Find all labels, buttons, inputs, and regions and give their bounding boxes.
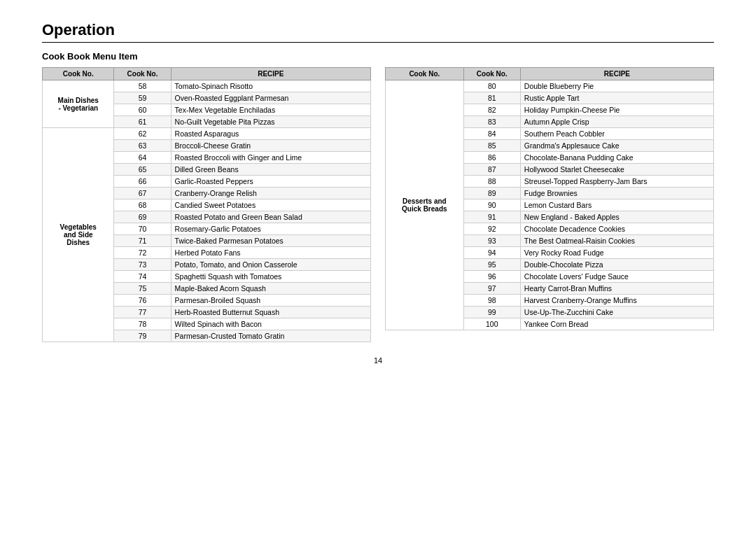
recipe-cell: No-Guilt Vegetable Pita Pizzas (171, 116, 370, 128)
recipe-cell: Autumn Apple Crisp (520, 116, 713, 128)
cook-number-cell: 74 (114, 271, 171, 283)
recipe-cell: New England - Baked Apples (520, 211, 713, 223)
cook-number-cell: 65 (114, 164, 171, 176)
recipe-cell: Tomato-Spinach Risotto (171, 80, 370, 92)
right-col-header-2: Cook No. (463, 68, 520, 80)
cook-number-cell: 84 (463, 128, 520, 140)
recipe-cell: Potato, Tomato, and Onion Casserole (171, 259, 370, 271)
recipe-cell: Streusel-Topped Raspberry-Jam Bars (520, 176, 713, 188)
recipe-cell: Grandma's Applesauce Cake (520, 140, 713, 152)
recipe-cell: Wilted Spinach with Bacon (171, 318, 370, 330)
recipe-cell: Hollywood Starlet Cheesecake (520, 164, 713, 176)
cook-number-cell: 87 (463, 164, 520, 176)
cook-number-cell: 63 (114, 140, 171, 152)
right-col-header-1: Cook No. (386, 68, 464, 80)
cook-number-cell: 81 (463, 92, 520, 104)
left-col-header-2: Cook No. (114, 68, 171, 80)
recipe-cell: Very Rocky Road Fudge (520, 247, 713, 259)
cook-number-cell: 99 (463, 307, 520, 318)
recipe-cell: Herb-Roasted Butternut Squash (171, 307, 370, 318)
recipe-cell: Cranberry-Orange Relish (171, 188, 370, 199)
cook-number-cell: 62 (114, 128, 171, 140)
recipe-cell: Fudge Brownies (520, 188, 713, 199)
category-cell: Vegetables and Side Dishes (43, 128, 114, 342)
cook-number-cell: 90 (463, 199, 520, 211)
cook-number-cell: 97 (463, 283, 520, 295)
right-col-header-3: RECIPE (520, 68, 713, 80)
right-table-wrapper: Cook No. Cook No. RECIPE Desserts and Qu… (385, 67, 714, 330)
left-table: Cook No. Cook No. RECIPE Main Dishes - V… (42, 67, 371, 342)
cook-number-cell: 94 (463, 247, 520, 259)
recipe-cell: Double-Chocolate Pizza (520, 259, 713, 271)
recipe-cell: Use-Up-The-Zucchini Cake (520, 307, 713, 318)
recipe-cell: Candied Sweet Potatoes (171, 199, 370, 211)
recipe-cell: Yankee Corn Bread (520, 318, 713, 330)
recipe-cell: Oven-Roasted Eggplant Parmesan (171, 92, 370, 104)
cook-number-cell: 91 (463, 211, 520, 223)
recipe-cell: Twice-Baked Parmesan Potatoes (171, 235, 370, 247)
recipe-cell: Tex-Mex Vegetable Enchiladas (171, 104, 370, 116)
cook-number-cell: 82 (463, 104, 520, 116)
cook-number-cell: 86 (463, 152, 520, 164)
tables-container: Cook No. Cook No. RECIPE Main Dishes - V… (42, 67, 714, 342)
recipe-cell: Maple-Baked Acorn Squash (171, 283, 370, 295)
cook-number-cell: 68 (114, 199, 171, 211)
cook-number-cell: 67 (114, 188, 171, 199)
category-cell: Main Dishes - Vegetarian (43, 80, 114, 128)
recipe-cell: Chocolate Lovers' Fudge Sauce (520, 271, 713, 283)
page-number: 14 (42, 356, 714, 365)
cook-number-cell: 72 (114, 247, 171, 259)
table-row: Main Dishes - Vegetarian58Tomato-Spinach… (43, 80, 371, 92)
cook-number-cell: 69 (114, 211, 171, 223)
cook-number-cell: 85 (463, 140, 520, 152)
recipe-cell: Double Blueberry Pie (520, 80, 713, 92)
recipe-cell: Lemon Custard Bars (520, 199, 713, 211)
cook-number-cell: 78 (114, 318, 171, 330)
table-row: Vegetables and Side Dishes62Roasted Aspa… (43, 128, 371, 140)
recipe-cell: Roasted Potato and Green Bean Salad (171, 211, 370, 223)
cook-number-cell: 100 (463, 318, 520, 330)
table-row: Desserts and Quick Breads80Double Bluebe… (386, 80, 714, 92)
cook-number-cell: 66 (114, 176, 171, 188)
cook-number-cell: 96 (463, 271, 520, 283)
recipe-cell: Garlic-Roasted Peppers (171, 176, 370, 188)
cook-number-cell: 61 (114, 116, 171, 128)
recipe-cell: Hearty Carrot-Bran Muffins (520, 283, 713, 295)
recipe-cell: Dilled Green Beans (171, 164, 370, 176)
cook-number-cell: 80 (463, 80, 520, 92)
cook-number-cell: 93 (463, 235, 520, 247)
recipe-cell: Spaghetti Squash with Tomatoes (171, 271, 370, 283)
cook-number-cell: 71 (114, 235, 171, 247)
cook-number-cell: 79 (114, 330, 171, 342)
cook-number-cell: 59 (114, 92, 171, 104)
recipe-cell: Rosemary-Garlic Potatoes (171, 223, 370, 235)
recipe-cell: Southern Peach Cobbler (520, 128, 713, 140)
category-cell: Desserts and Quick Breads (386, 80, 464, 330)
cook-number-cell: 60 (114, 104, 171, 116)
cook-number-cell: 77 (114, 307, 171, 318)
left-table-wrapper: Cook No. Cook No. RECIPE Main Dishes - V… (42, 67, 371, 342)
cook-number-cell: 73 (114, 259, 171, 271)
recipe-cell: Herbed Potato Fans (171, 247, 370, 259)
recipe-cell: Broccoli-Cheese Gratin (171, 140, 370, 152)
cook-number-cell: 70 (114, 223, 171, 235)
cook-number-cell: 98 (463, 295, 520, 307)
cook-number-cell: 76 (114, 295, 171, 307)
left-col-header-1: Cook No. (43, 68, 114, 80)
recipe-cell: The Best Oatmeal-Raisin Cookies (520, 235, 713, 247)
recipe-cell: Parmesan-Crusted Tomato Gratin (171, 330, 370, 342)
recipe-cell: Chocolate Decadence Cookies (520, 223, 713, 235)
recipe-cell: Roasted Asparagus (171, 128, 370, 140)
page-title: Operation (42, 21, 714, 43)
section-title: Cook Book Menu Item (42, 51, 714, 62)
recipe-cell: Rustic Apple Tart (520, 92, 713, 104)
recipe-cell: Roasted Broccoli with Ginger and Lime (171, 152, 370, 164)
recipe-cell: Chocolate-Banana Pudding Cake (520, 152, 713, 164)
cook-number-cell: 83 (463, 116, 520, 128)
recipe-cell: Harvest Cranberry-Orange Muffins (520, 295, 713, 307)
right-table: Cook No. Cook No. RECIPE Desserts and Qu… (385, 67, 714, 330)
cook-number-cell: 58 (114, 80, 171, 92)
cook-number-cell: 88 (463, 176, 520, 188)
cook-number-cell: 75 (114, 283, 171, 295)
left-col-header-3: RECIPE (171, 68, 370, 80)
